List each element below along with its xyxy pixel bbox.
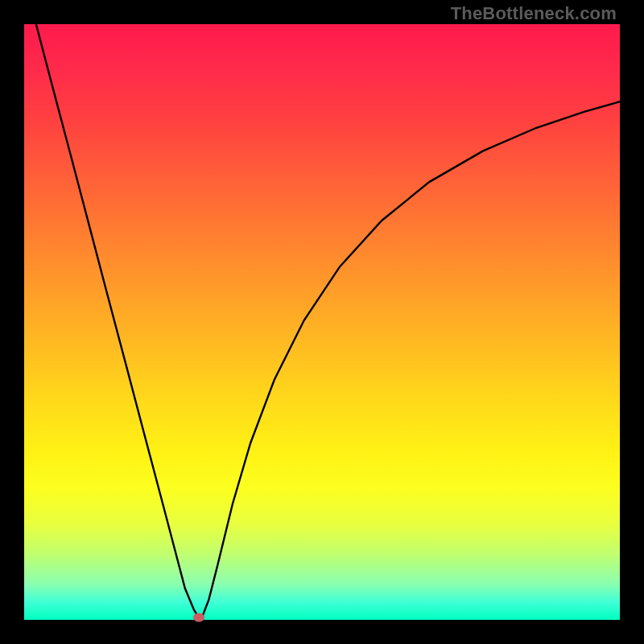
watermark-text: TheBottleneck.com [451,3,617,24]
optimum-marker [193,613,204,622]
chart-frame: TheBottleneck.com [0,0,644,644]
plot-area [24,24,620,620]
